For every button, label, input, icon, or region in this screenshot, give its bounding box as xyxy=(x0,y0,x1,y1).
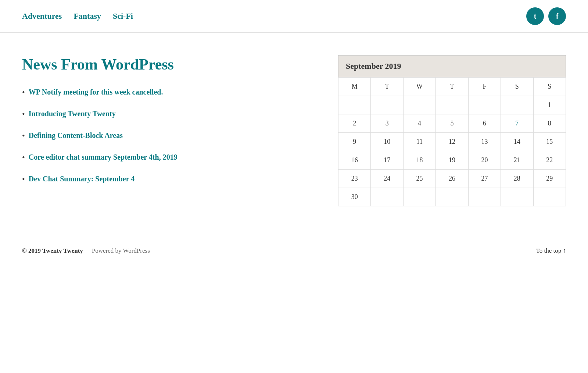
calendar-day: 19 xyxy=(436,151,468,170)
calendar-day: 21 xyxy=(501,151,533,170)
calendar-day: 15 xyxy=(533,133,566,151)
calendar-day xyxy=(338,96,371,114)
news-link[interactable]: WP Notify meeting for this week cancelle… xyxy=(29,87,163,97)
calendar-day xyxy=(436,188,468,206)
site-footer: © 2019 Twenty Twenty Powered by WordPres… xyxy=(0,236,588,266)
calendar-day: 27 xyxy=(468,170,501,188)
nav-item-adventures[interactable]: Adventures xyxy=(22,11,62,21)
calendar-day xyxy=(403,96,435,114)
nav-item-sci-fi[interactable]: Sci-Fi xyxy=(113,11,133,21)
calendar-day: 2 xyxy=(338,114,371,133)
list-item: Dev Chat Summary: September 4 xyxy=(22,174,316,185)
section-title: News From WordPress xyxy=(22,55,316,74)
calendar-table: September 2019 MTWTFSS 12345678910111213… xyxy=(338,55,566,206)
calendar-day xyxy=(371,188,403,206)
calendar-day-header: S xyxy=(501,78,533,96)
calendar-day: 9 xyxy=(338,133,371,151)
calendar-title: September 2019 xyxy=(338,55,566,77)
news-list: WP Notify meeting for this week cancelle… xyxy=(22,87,316,185)
calendar-day-header: T xyxy=(371,78,403,96)
calendar-day: 18 xyxy=(403,151,435,170)
social-icons-container: t f xyxy=(526,7,566,25)
calendar-day: 24 xyxy=(371,170,403,188)
calendar-week-row: 2345678 xyxy=(338,114,566,133)
calendar-container: September 2019 MTWTFSS 12345678910111213… xyxy=(338,55,566,206)
list-item: Defining Content-Block Areas xyxy=(22,130,316,142)
calendar-day xyxy=(403,188,435,206)
twitter-button[interactable]: t xyxy=(526,7,544,25)
calendar-days-row: MTWTFSS xyxy=(338,78,566,96)
calendar-week-row: 9101112131415 xyxy=(338,133,566,151)
calendar-day: 1 xyxy=(533,96,566,114)
main-content: News From WordPress WP Notify meeting fo… xyxy=(0,33,588,236)
calendar-day: 11 xyxy=(403,133,435,151)
list-item: Introducing Twenty Twenty xyxy=(22,109,316,120)
calendar-week-row: 23242526272829 xyxy=(338,170,566,188)
calendar-day: 4 xyxy=(403,114,435,133)
calendar-day: 10 xyxy=(371,133,403,151)
calendar-week-row: 30 xyxy=(338,188,566,206)
calendar-day-header: T xyxy=(436,78,468,96)
calendar-day xyxy=(436,96,468,114)
to-top-link[interactable]: To the top ↑ xyxy=(536,247,566,255)
facebook-button[interactable]: f xyxy=(548,7,566,25)
footer-copyright: © 2019 Twenty Twenty xyxy=(22,247,83,255)
calendar-day-header: W xyxy=(403,78,435,96)
list-item: WP Notify meeting for this week cancelle… xyxy=(22,87,316,98)
nav-item-fantasy[interactable]: Fantasy xyxy=(74,11,101,21)
calendar-day[interactable]: 7 xyxy=(501,114,533,133)
calendar-day: 20 xyxy=(468,151,501,170)
calendar-week-row: 16171819202122 xyxy=(338,151,566,170)
main-nav: AdventuresFantasySci-Fi xyxy=(22,11,133,21)
calendar-day: 29 xyxy=(533,170,566,188)
calendar-day-link[interactable]: 7 xyxy=(515,120,519,127)
calendar-day-header: S xyxy=(533,78,566,96)
news-link[interactable]: Core editor chat summary September 4th, … xyxy=(29,152,178,162)
calendar-day: 26 xyxy=(436,170,468,188)
calendar-day-header: F xyxy=(468,78,501,96)
calendar-day: 23 xyxy=(338,170,371,188)
calendar-day: 13 xyxy=(468,133,501,151)
footer-left: © 2019 Twenty Twenty Powered by WordPres… xyxy=(22,247,150,255)
calendar-day xyxy=(501,96,533,114)
calendar-day xyxy=(533,188,566,206)
calendar-day: 12 xyxy=(436,133,468,151)
left-column: News From WordPress WP Notify meeting fo… xyxy=(22,55,316,195)
calendar-body: 1234567891011121314151617181920212223242… xyxy=(338,96,566,206)
calendar-day xyxy=(501,188,533,206)
calendar-day-header: M xyxy=(338,78,371,96)
calendar-day: 16 xyxy=(338,151,371,170)
calendar-day: 3 xyxy=(371,114,403,133)
list-item: Core editor chat summary September 4th, … xyxy=(22,152,316,163)
calendar-day xyxy=(468,188,501,206)
calendar-day: 8 xyxy=(533,114,566,133)
calendar-day: 17 xyxy=(371,151,403,170)
calendar-day: 14 xyxy=(501,133,533,151)
news-link[interactable]: Defining Content-Block Areas xyxy=(29,130,123,141)
footer-powered: Powered by WordPress xyxy=(92,247,150,255)
calendar-day xyxy=(468,96,501,114)
news-link[interactable]: Dev Chat Summary: September 4 xyxy=(29,174,135,184)
calendar-day: 28 xyxy=(501,170,533,188)
calendar-day: 5 xyxy=(436,114,468,133)
site-header: AdventuresFantasySci-Fi t f xyxy=(0,0,588,33)
calendar-day: 22 xyxy=(533,151,566,170)
calendar-header: MTWTFSS xyxy=(338,78,566,96)
calendar-week-row: 1 xyxy=(338,96,566,114)
calendar-day: 6 xyxy=(468,114,501,133)
calendar-day xyxy=(371,96,403,114)
news-link[interactable]: Introducing Twenty Twenty xyxy=(29,109,116,119)
calendar-day: 30 xyxy=(338,188,371,206)
calendar-day: 25 xyxy=(403,170,435,188)
